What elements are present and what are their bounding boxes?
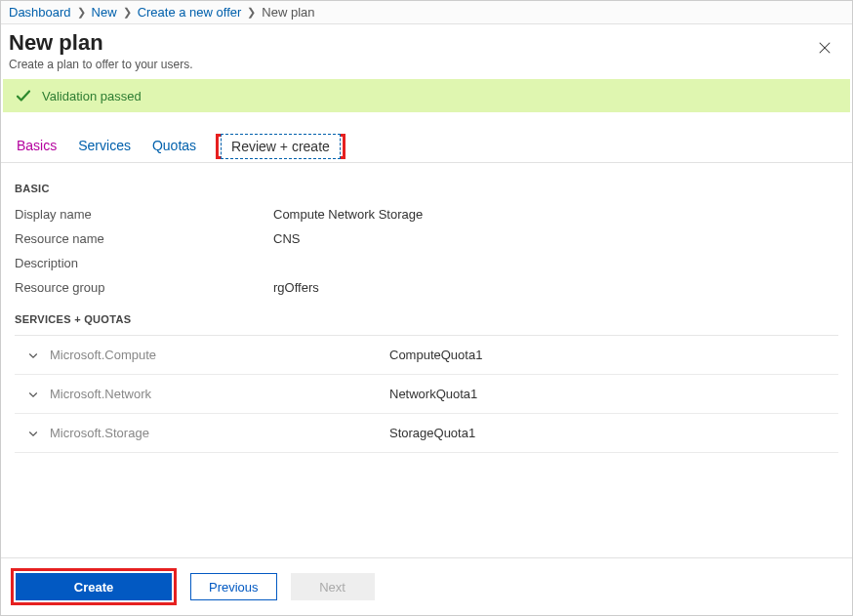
create-button[interactable]: Create (16, 573, 172, 600)
basic-row-resource-group: Resource group rgOffers (15, 275, 838, 300)
expand-toggle[interactable] (26, 388, 40, 401)
checkmark-icon (15, 87, 32, 104)
tab-review-highlight: Review + create (216, 134, 345, 159)
close-button[interactable] (811, 34, 838, 62)
service-row-network: Microsoft.Network NetworkQuota1 (15, 375, 838, 414)
basic-row-display-name: Display name Compute Network Storage (15, 202, 838, 226)
chevron-right-icon: ❯ (77, 6, 86, 19)
expand-toggle[interactable] (26, 349, 40, 362)
section-heading-services-quotas: SERVICES + QUOTAS (15, 313, 838, 325)
service-name: Microsoft.Compute (50, 348, 389, 362)
validation-message: Validation passed (42, 89, 142, 103)
breadcrumb-dashboard[interactable]: Dashboard (9, 5, 71, 20)
basic-row-description: Description (15, 251, 838, 275)
previous-button[interactable]: Previous (190, 573, 277, 600)
service-name: Microsoft.Storage (50, 426, 389, 440)
create-button-highlight: Create (11, 568, 177, 605)
chevron-down-icon (27, 389, 39, 400)
basic-key: Resource name (15, 231, 273, 246)
tab-services[interactable]: Services (76, 132, 133, 159)
basic-row-resource-name: Resource name CNS (15, 226, 838, 251)
chevron-right-icon: ❯ (247, 6, 256, 19)
breadcrumb-create-offer[interactable]: Create a new offer (138, 5, 242, 20)
validation-banner: Validation passed (3, 79, 850, 112)
service-name: Microsoft.Network (50, 387, 389, 401)
breadcrumb-current: New plan (262, 5, 314, 20)
service-quota: NetworkQuota1 (389, 387, 477, 401)
page-header: New plan Create a plan to offer to your … (1, 24, 852, 77)
page-subtitle: Create a plan to offer to your users. (9, 58, 811, 71)
basic-value: CNS (273, 231, 300, 246)
service-row-storage: Microsoft.Storage StorageQuota1 (15, 414, 838, 453)
breadcrumb-new[interactable]: New (92, 5, 117, 20)
review-content: BASIC Display name Compute Network Stora… (1, 163, 852, 557)
close-icon (818, 41, 832, 55)
basic-key: Display name (15, 207, 273, 222)
section-heading-basic: BASIC (15, 183, 838, 194)
chevron-down-icon (27, 428, 39, 439)
basic-value: Compute Network Storage (273, 207, 423, 222)
tab-basics[interactable]: Basics (15, 132, 59, 159)
breadcrumb: Dashboard ❯ New ❯ Create a new offer ❯ N… (1, 1, 852, 24)
service-quota: StorageQuota1 (389, 426, 475, 440)
tab-bar: Basics Services Quotas Review + create (1, 128, 852, 163)
basic-key: Resource group (15, 280, 273, 295)
service-row-compute: Microsoft.Compute ComputeQuota1 (15, 336, 838, 375)
chevron-right-icon: ❯ (123, 6, 132, 19)
page-title: New plan (9, 30, 811, 56)
expand-toggle[interactable] (26, 427, 40, 440)
basic-key: Description (15, 256, 273, 270)
tab-review-create[interactable]: Review + create (221, 134, 341, 159)
footer-actions: Create Previous Next (1, 557, 852, 615)
next-button: Next (291, 573, 375, 600)
service-quota: ComputeQuota1 (389, 348, 482, 362)
tab-quotas[interactable]: Quotas (150, 132, 198, 159)
chevron-down-icon (27, 349, 39, 361)
basic-value: rgOffers (273, 280, 319, 295)
